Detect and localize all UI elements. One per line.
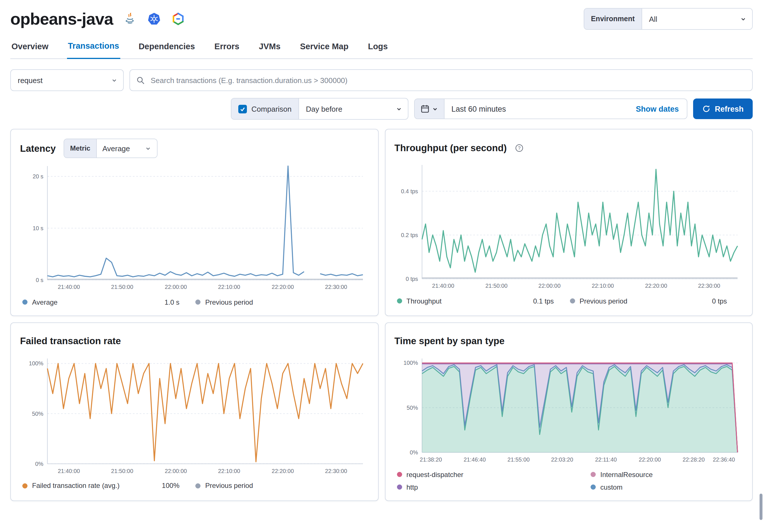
latency-metric-select[interactable]: Metric Average	[64, 139, 158, 158]
chevron-down-icon	[740, 16, 746, 22]
legend-dot	[22, 299, 28, 305]
legend-item[interactable]: http	[397, 483, 591, 491]
svg-text:10 s: 10 s	[33, 225, 44, 231]
svg-text:22:20:00: 22:20:00	[272, 468, 294, 474]
tab-service-map[interactable]: Service Map	[299, 41, 349, 58]
metric-value: Average	[102, 144, 130, 153]
svg-text:22:00:00: 22:00:00	[165, 284, 187, 290]
tab-transactions[interactable]: Transactions	[67, 41, 120, 59]
legend-label: InternalResource	[600, 471, 653, 479]
svg-text:22:10:00: 22:10:00	[592, 282, 613, 289]
environment-value: All	[649, 15, 657, 23]
legend-item[interactable]: custom	[591, 483, 743, 491]
legend-item[interactable]: Failed transaction rate (avg.)100%	[22, 482, 196, 490]
comparison-toggle[interactable]: Comparison	[231, 98, 299, 119]
comparison-select[interactable]: Day before	[299, 98, 408, 119]
environment-label: Environment	[584, 9, 642, 29]
environment-select[interactable]: Environment All	[584, 8, 753, 30]
svg-text:0%: 0%	[35, 461, 44, 467]
legend-value: 100%	[162, 482, 179, 490]
show-dates-link[interactable]: Show dates	[628, 99, 687, 119]
legend-dot	[397, 472, 402, 477]
svg-text:21:46:40: 21:46:40	[463, 456, 486, 463]
svg-text:?: ?	[518, 146, 520, 150]
comparison-label: Comparison	[252, 105, 291, 113]
tab-dependencies[interactable]: Dependencies	[138, 41, 196, 58]
java-icon	[123, 12, 137, 26]
tab-errors[interactable]: Errors	[213, 41, 241, 58]
search-box	[130, 69, 753, 91]
legend-dot	[570, 298, 575, 303]
time-range-label[interactable]: Last 60 minutes	[445, 99, 628, 119]
legend-label: http	[406, 483, 418, 491]
throughput-panel: Throughput (per second) ? 0 tps0.2 tps0.…	[384, 129, 753, 316]
metric-label: Metric	[64, 139, 97, 158]
controls-row: Comparison Day before Last 60 minutes Sh…	[0, 91, 763, 120]
quick-select-button[interactable]	[415, 99, 445, 119]
svg-text:21:40:00: 21:40:00	[58, 468, 80, 474]
svg-text:21:55:00: 21:55:00	[507, 456, 529, 463]
tab-overview[interactable]: Overview	[10, 41, 50, 58]
svg-text:100%: 100%	[403, 360, 418, 366]
throughput-chart[interactable]: 0 tps0.2 tps0.4 tps21:40:0021:50:0022:00…	[394, 160, 743, 291]
svg-text:22:10:00: 22:10:00	[218, 468, 240, 474]
svg-text:0 tps: 0 tps	[405, 276, 418, 282]
legend-item[interactable]: Previous period0 tps	[570, 297, 743, 305]
gcp-icon	[171, 12, 185, 26]
svg-text:21:50:00: 21:50:00	[485, 282, 507, 289]
legend-dot	[591, 472, 596, 477]
tab-jvms[interactable]: JVMs	[258, 41, 282, 58]
panel-title-span-type: Time spent by span type	[394, 336, 505, 347]
svg-text:50%: 50%	[406, 404, 418, 411]
chevron-down-icon	[111, 77, 117, 83]
failed-rate-panel: Failed transaction rate 0%50%100%21:40:0…	[10, 322, 379, 501]
legend-label: Previous period	[205, 482, 253, 490]
transaction-type-select[interactable]: request	[10, 69, 124, 91]
svg-text:22:00:00: 22:00:00	[538, 282, 560, 289]
comparison-value: Day before	[306, 105, 342, 113]
legend-label: Average	[32, 298, 57, 306]
filter-row: request	[0, 59, 763, 91]
legend-dot	[22, 483, 28, 488]
latency-chart[interactable]: 0 s10 s20 s21:40:0021:50:0022:00:0022:10…	[20, 161, 369, 292]
legend-dot	[397, 484, 402, 489]
svg-text:0.2 tps: 0.2 tps	[401, 232, 418, 238]
svg-text:21:50:00: 21:50:00	[111, 284, 133, 290]
span-type-chart[interactable]: 0%50%100%21:38:2021:46:4021:55:0022:03:2…	[394, 354, 743, 465]
refresh-icon	[702, 105, 710, 113]
legend-value: 1.0 s	[164, 298, 179, 306]
svg-text:22:03:20: 22:03:20	[551, 456, 573, 463]
comparison-checkbox[interactable]	[238, 105, 247, 113]
svg-text:21:40:00: 21:40:00	[58, 284, 80, 290]
scrollbar-thumb[interactable]	[760, 494, 762, 520]
panel-title-failed-rate: Failed transaction rate	[20, 336, 121, 347]
legend-item[interactable]: request-dispatcher	[397, 471, 591, 479]
svg-text:20 s: 20 s	[33, 173, 44, 179]
tab-logs[interactable]: Logs	[367, 41, 389, 58]
legend-item[interactable]: Previous period	[196, 482, 369, 490]
svg-text:22:20:00: 22:20:00	[645, 282, 667, 289]
search-input[interactable]	[150, 75, 746, 85]
svg-text:22:30:00: 22:30:00	[325, 468, 347, 474]
chevron-down-icon	[145, 145, 151, 152]
legend-dot	[591, 484, 596, 489]
svg-text:22:20:00: 22:20:00	[638, 456, 660, 463]
refresh-button[interactable]: Refresh	[693, 98, 753, 119]
legend-label: Failed transaction rate (avg.)	[32, 482, 120, 490]
tab-bar: Overview Transactions Dependencies Error…	[10, 41, 753, 59]
failed-rate-chart[interactable]: 0%50%100%21:40:0021:50:0022:00:0022:10:0…	[20, 354, 369, 476]
legend-item[interactable]: InternalResource	[591, 471, 743, 479]
svg-text:22:20:00: 22:20:00	[272, 284, 294, 290]
refresh-label: Refresh	[715, 105, 744, 113]
failed-rate-legend: Failed transaction rate (avg.)100%Previo…	[20, 482, 369, 490]
legend-item[interactable]: Throughput0.1 tps	[397, 297, 570, 305]
legend-item[interactable]: Average1.0 s	[22, 298, 196, 306]
svg-text:100%: 100%	[29, 360, 44, 367]
svg-text:21:38:20: 21:38:20	[420, 456, 442, 463]
legend-dot	[397, 298, 402, 303]
help-icon[interactable]: ?	[515, 144, 523, 152]
chevron-down-icon	[432, 106, 438, 112]
legend-dot	[196, 299, 201, 305]
search-icon	[136, 75, 145, 85]
legend-item[interactable]: Previous period	[196, 298, 369, 306]
